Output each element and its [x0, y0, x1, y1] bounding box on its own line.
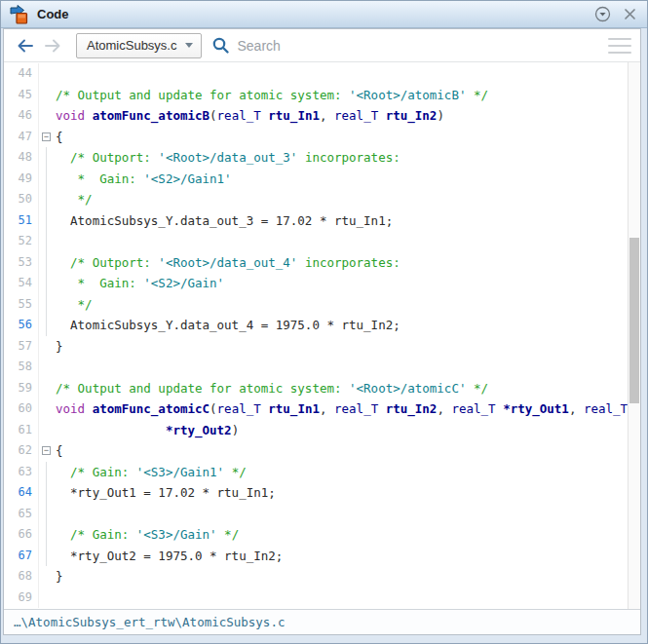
close-button[interactable]: [620, 5, 639, 24]
fold-column: [39, 252, 56, 274]
code-editor: 4445/* Output and update for atomic syst…: [4, 62, 640, 609]
fold-column: [39, 147, 56, 169]
code-line: 48 /* Outport: '<Root>/data_out_3' incor…: [4, 147, 628, 169]
code-line: 55 */: [4, 294, 628, 316]
file-selector-value: AtomicSubsys.c: [87, 38, 176, 53]
traced-line-number[interactable]: 56: [4, 315, 39, 336]
fold-collapse-icon[interactable]: −: [42, 446, 51, 455]
code-segment: /* Output and update for atomic system:: [56, 381, 349, 396]
line-number: 65: [4, 504, 39, 525]
code-line: 46void atomFunc_atomicB(real_T rtu_In1, …: [4, 105, 628, 127]
back-arrow-icon: [16, 38, 35, 54]
code-segment: }: [56, 569, 63, 584]
model-element-link[interactable]: '<S3>/Gain': [136, 527, 217, 542]
code-segment: void: [56, 401, 93, 416]
code-segment: /* Gain:: [56, 465, 136, 479]
code-text: /* Outport: '<Root>/data_out_4' incorpor…: [56, 252, 400, 274]
chevron-down-icon: [185, 43, 193, 48]
code-segment: ,: [320, 108, 334, 123]
code-text: /* Output and update for atomic system: …: [56, 85, 488, 106]
file-selector-dropdown[interactable]: AtomicSubsys.c: [76, 33, 202, 58]
fold-column: [39, 336, 56, 358]
traced-line-number[interactable]: 51: [4, 210, 39, 232]
line-number: 55: [4, 294, 39, 316]
line-number: 49: [4, 169, 39, 190]
code-line: 63 /* Gain: '<S3>/Gain1' */: [4, 462, 628, 483]
toolbar: AtomicSubsys.c: [4, 29, 640, 62]
scrollbar-thumb[interactable]: [629, 238, 639, 403]
traced-line-number[interactable]: 67: [4, 546, 39, 567]
code-text: }: [56, 566, 63, 587]
code-segment: ): [232, 423, 240, 437]
line-number: 57: [4, 336, 39, 358]
code-segment: */: [217, 527, 240, 542]
fold-column: [39, 378, 56, 399]
code-segment: ,: [437, 401, 451, 416]
code-text: void atomFunc_atomicB(real_T rtu_In1, re…: [56, 105, 444, 127]
fold-column: [39, 315, 56, 336]
code-line: 54 * Gain: '<S2>/Gain': [4, 273, 628, 294]
code-text: */: [56, 294, 93, 316]
code-line: 56 AtomicSubsys_Y.data_out_4 = 1975.0 * …: [4, 315, 628, 336]
code-line: 59/* Output and update for atomic system…: [4, 378, 628, 399]
model-element-link[interactable]: '<S3>/Gain1': [136, 465, 224, 479]
line-number: 45: [4, 85, 39, 106]
traced-line-number[interactable]: 64: [4, 482, 39, 504]
search-input[interactable]: [237, 38, 605, 54]
fold-column: [39, 482, 56, 504]
code-segment: /* Outport:: [56, 150, 158, 165]
code-text: AtomicSubsys_Y.data_out_4 = 1975.0 * rtu…: [56, 315, 400, 336]
fold-collapse-icon[interactable]: −: [42, 133, 51, 141]
code-segment: real_T: [584, 401, 628, 416]
line-number: 53: [4, 252, 39, 274]
line-number: 62: [4, 440, 39, 462]
code-segment: [56, 423, 166, 437]
code-text: *rty_Out2 = 1975.0 * rtu_In2;: [56, 546, 283, 567]
code-line: 44: [4, 63, 628, 85]
code-line: 67 *rty_Out2 = 1975.0 * rtu_In2;: [4, 546, 628, 567]
vertical-scrollbar[interactable]: [628, 62, 640, 609]
code-line: 53 /* Outport: '<Root>/data_out_4' incor…: [4, 252, 628, 274]
dock-options-button[interactable]: [592, 5, 612, 24]
code-segment: *rty_Out2 = 1975.0 * rtu_In2;: [56, 549, 283, 563]
code-text: {: [56, 440, 63, 462]
code-segment: ,: [320, 401, 334, 416]
model-element-link[interactable]: '<Root>/atomicB': [349, 88, 466, 102]
fold-column: [39, 85, 56, 106]
line-number: 48: [4, 147, 39, 169]
search-icon: [211, 36, 230, 55]
fold-column: [39, 169, 56, 190]
model-element-link[interactable]: '<Root>/data_out_4': [158, 255, 297, 270]
code-line: 60void atomFunc_atomicC(real_T rtu_In1, …: [4, 398, 628, 420]
code-segment: * Gain:: [56, 171, 143, 186]
model-element-link[interactable]: '<S2>/Gain1': [143, 171, 231, 186]
code-segment: /* Output and update for atomic system:: [56, 88, 349, 102]
back-button[interactable]: [14, 35, 37, 57]
model-element-link[interactable]: '<S2>/Gain': [143, 276, 224, 290]
code-text: void atomFunc_atomicC(real_T rtu_In1, re…: [56, 398, 628, 420]
fold-column: [39, 189, 56, 210]
search-box: [211, 36, 605, 55]
model-element-link[interactable]: '<Root>/atomicC': [349, 381, 466, 396]
model-element-link[interactable]: '<Root>/data_out_3': [158, 150, 297, 165]
forward-button[interactable]: [41, 35, 64, 57]
code-line: 51 AtomicSubsys_Y.data_out_3 = 17.02 * r…: [4, 210, 628, 232]
more-options-button[interactable]: [605, 33, 634, 58]
code-line: 66 /* Gain: '<S3>/Gain' */: [4, 524, 628, 546]
code-line: 69: [4, 587, 628, 609]
code-line: 61 *rty_Out2): [4, 420, 628, 441]
fold-column: [39, 420, 56, 441]
line-number: 52: [4, 231, 39, 252]
code-line: 64 *rty_Out1 = 17.02 * rtu_In1;: [4, 482, 628, 504]
fold-column: [39, 524, 56, 546]
line-number: 68: [4, 566, 39, 587]
code-text: * Gain: '<S2>/Gain1': [56, 169, 232, 190]
code-segment: (: [210, 401, 217, 416]
code-segment: ): [437, 108, 444, 123]
code-line: 65: [4, 504, 628, 525]
code-line: 47−{: [4, 127, 628, 148]
code-segment: incorporates:: [297, 255, 400, 270]
window-title: Code: [37, 7, 69, 21]
fold-column: −: [39, 440, 56, 462]
line-number: 44: [4, 63, 39, 85]
